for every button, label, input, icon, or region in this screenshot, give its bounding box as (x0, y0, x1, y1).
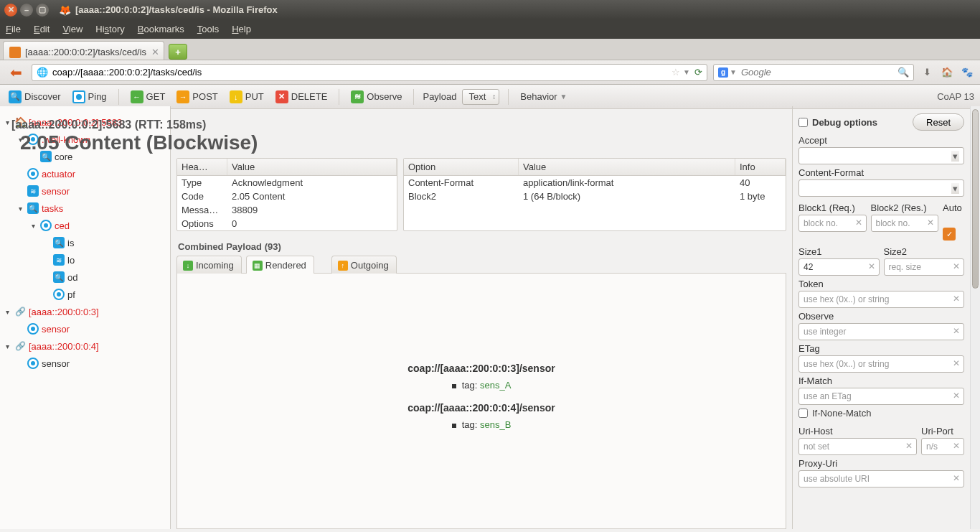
menu-help[interactable]: Help (232, 24, 251, 34)
payload-format-select[interactable]: Text (462, 89, 499, 105)
ifnonematch-checkbox[interactable] (798, 409, 808, 418)
token-input[interactable] (798, 291, 964, 308)
tree-item[interactable]: ≋lo (0, 251, 170, 269)
tree-item[interactable]: 🔍od (0, 269, 170, 286)
tree-item[interactable]: actuator (0, 165, 170, 182)
discover-button[interactable]: 🔍Discover (6, 89, 64, 105)
home-icon[interactable]: 🏠 (940, 65, 954, 80)
tree-item[interactable]: ▾🔗[aaaa::200:0:0:3] (0, 303, 170, 320)
block1-label: Block1 (Req.) (798, 202, 867, 213)
search-box[interactable]: g ▼ 🔍 (713, 64, 914, 81)
tree-item[interactable]: 🔍is (0, 234, 170, 251)
window-close-button[interactable]: ✕ (4, 4, 17, 17)
post-button[interactable]: →POST (174, 89, 220, 105)
tree-item[interactable]: ▾ced (0, 217, 170, 234)
tree-item[interactable]: sensor (0, 355, 170, 372)
clear-icon[interactable]: ✕ (953, 358, 960, 368)
urihost-label: Uri-Host (798, 426, 917, 437)
tree-item[interactable]: pf (0, 286, 170, 303)
window-minimize-button[interactable]: – (20, 4, 33, 17)
delete-button[interactable]: ✕DELETE (273, 89, 331, 105)
new-tab-button[interactable]: + (169, 44, 187, 60)
clear-icon[interactable]: ✕ (868, 261, 875, 271)
content-format-select[interactable] (798, 179, 964, 197)
tree-label: tasks (42, 203, 63, 214)
debug-options-checkbox[interactable] (798, 118, 808, 127)
etag-input[interactable] (798, 355, 964, 373)
blue-icon: 🔍 (53, 271, 65, 283)
menu-bookmarks[interactable]: Bookmarks (138, 24, 184, 34)
observe-input[interactable] (798, 323, 964, 340)
put-button[interactable]: ↓PUT (227, 89, 267, 105)
url-box[interactable]: 🌐 ☆ ▼ ⟳ (32, 64, 707, 81)
th-info[interactable]: Info (735, 159, 786, 175)
observe-button[interactable]: ≋Observe (348, 89, 405, 105)
menu-view[interactable]: View (62, 24, 83, 34)
behavior-menu[interactable]: Behavior ▼ (517, 90, 570, 103)
tab-rendered[interactable]: ▦Rendered (246, 256, 314, 274)
table-row: Code2.05 Content (177, 190, 397, 203)
urihost-input[interactable] (798, 438, 917, 455)
menu-history[interactable]: History (95, 24, 124, 34)
get-button[interactable]: ←GET (128, 89, 169, 105)
tree-label: ced (55, 220, 70, 231)
clear-icon[interactable]: ✕ (953, 294, 960, 304)
tree-item[interactable]: ▾🔗[aaaa::200:0:0:4] (0, 337, 170, 355)
tree-item[interactable]: ≋sensor (0, 182, 170, 200)
clear-icon[interactable]: ✕ (927, 218, 934, 228)
post-icon: → (176, 90, 189, 103)
tree-item[interactable]: ▾🔍tasks (0, 200, 170, 217)
browser-tab[interactable]: [aaaa::200:0:0:2]/tasks/ced/is ✕ (3, 41, 164, 60)
ifmatch-input[interactable] (798, 388, 964, 405)
clear-icon[interactable]: ✕ (953, 261, 960, 271)
url-dropdown-icon[interactable]: ▼ (683, 68, 690, 76)
right-scrollbar[interactable] (970, 106, 980, 529)
reset-button[interactable]: Reset (913, 113, 964, 131)
twisty-icon[interactable]: ▾ (3, 342, 11, 350)
payload-body: coap://[aaaa::200:0:0:3]/sensortag: sens… (176, 274, 786, 529)
reload-icon[interactable]: ⟳ (694, 67, 702, 78)
tab-outgoing[interactable]: ↑Outgoing (331, 256, 397, 274)
proxyuri-input[interactable] (798, 470, 964, 487)
tab-favicon (9, 47, 21, 58)
tab-close-icon[interactable]: ✕ (151, 47, 159, 57)
search-icon[interactable]: 🔍 (897, 67, 909, 78)
payload-link[interactable]: coap://[aaaa::200:0:0:4]/sensor (407, 402, 555, 414)
status-code: 2.05 Content (Blockwise) (11, 131, 258, 154)
tree-item[interactable]: sensor (0, 320, 170, 337)
clear-icon[interactable]: ✕ (855, 218, 862, 228)
twisty-icon[interactable]: ▾ (16, 205, 24, 213)
resource-tree[interactable]: ▾🏠[aaaa::200:0:0:2]:5683▾.well-known🔍cor… (0, 106, 171, 529)
twisty-icon[interactable]: ▾ (29, 222, 37, 230)
accept-select[interactable] (798, 147, 964, 164)
th-header[interactable]: Hea… (177, 159, 227, 175)
th-value[interactable]: Value (519, 159, 735, 175)
ping-button[interactable]: Ping (70, 89, 110, 105)
clear-icon[interactable]: ✕ (953, 326, 960, 336)
clear-icon[interactable]: ✕ (953, 391, 960, 401)
clear-icon[interactable]: ✕ (953, 473, 960, 483)
tab-incoming[interactable]: ↓Incoming (176, 256, 242, 274)
etag-label: ETag (798, 343, 964, 354)
url-input[interactable] (52, 67, 672, 78)
twisty-icon[interactable]: ▾ (3, 308, 11, 316)
clear-icon[interactable]: ✕ (953, 441, 960, 451)
menu-tools[interactable]: Tools (197, 24, 219, 34)
th-option[interactable]: Option (404, 159, 519, 175)
tab-label: [aaaa::200:0:0:2]/tasks/ced/is (25, 47, 146, 57)
search-engine-dropdown-icon[interactable]: ▼ (730, 68, 737, 76)
search-input[interactable] (741, 67, 897, 78)
addon-icon[interactable]: 🐾 (960, 65, 974, 80)
auto-checkbox[interactable]: ✓ (943, 228, 956, 241)
debug-panel: Debug options Reset Accept Content-Forma… (792, 106, 970, 529)
payload-link[interactable]: coap://[aaaa::200:0:0:3]/sensor (407, 363, 555, 374)
clear-icon[interactable]: ✕ (905, 441, 913, 451)
scrollbar-thumb[interactable] (972, 109, 979, 289)
back-button[interactable]: ⬅ (6, 62, 26, 83)
menu-file[interactable]: File (6, 24, 21, 34)
downloads-icon[interactable]: ⬇ (920, 65, 934, 80)
bookmark-star-icon[interactable]: ☆ (672, 67, 680, 78)
window-maximize-button[interactable]: ▢ (36, 4, 49, 17)
th-value[interactable]: Value (227, 159, 397, 175)
menu-edit[interactable]: Edit (34, 24, 50, 34)
